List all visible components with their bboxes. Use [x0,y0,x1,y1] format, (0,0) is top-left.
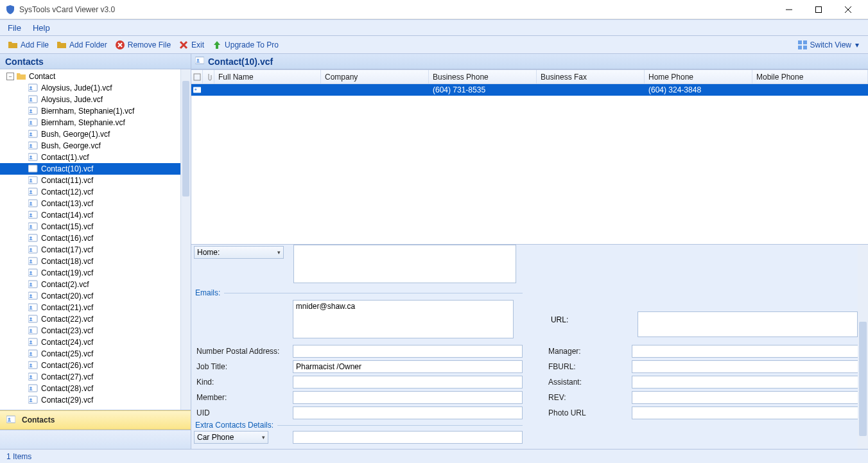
tree-item[interactable]: Contact(17).vcf [0,244,180,256]
add-file-button[interactable]: Add File [4,39,53,51]
tree-item[interactable]: Contact(21).vcf [0,302,180,313]
tree-item[interactable]: Bush, George(1).vcf [0,128,180,140]
svg-rect-28 [28,211,37,218]
grid-header-icon1[interactable] [191,70,203,83]
svg-point-61 [30,398,32,401]
contacts-nav-button[interactable]: Contacts [0,410,191,430]
grid-header-attachment-icon[interactable] [203,70,214,83]
tree-item[interactable]: Contact(14).vcf [0,209,180,221]
svg-point-11 [30,109,32,112]
tree-item-label: Contact(25).vcf [41,349,93,358]
contact-tree[interactable]: −ContactAloysius, Jude(1).vcfAloysius, J… [0,69,180,410]
svg-point-17 [30,144,32,146]
photo-url-label: Photo URL [548,408,632,417]
tree-item-label: Contact(24).vcf [41,338,93,347]
svg-point-47 [30,317,32,320]
grid-header-company[interactable]: Company [321,70,429,83]
address-textarea[interactable] [293,245,516,283]
maximize-button[interactable] [804,0,833,19]
uid-field[interactable] [293,406,523,419]
grid-header-fullname[interactable]: Full Name [214,70,321,83]
tree-item[interactable]: Contact(15).vcf [0,221,180,232]
rev-field[interactable] [632,391,862,404]
tree-item-label: Contact(23).vcf [41,326,93,335]
vcard-file-icon [28,130,39,139]
tree-item[interactable]: Bush, George.vcf [0,140,180,152]
tree-item[interactable]: Contact(16).vcf [0,232,180,244]
svg-point-41 [30,283,32,285]
tree-item[interactable]: Contact(27).vcf [0,371,180,383]
tree-item[interactable]: Contact(22).vcf [0,313,180,325]
close-button[interactable] [833,0,863,19]
tree-item[interactable]: Contact(13).vcf [0,198,180,209]
exit-button[interactable]: Exit [175,39,208,51]
svg-point-7 [30,86,32,89]
tree-item[interactable]: Biernham, Stephanie(1).vcf [0,105,180,117]
home-address-combo[interactable]: Home: ▾ [194,246,284,259]
tree-item[interactable]: Contact(10).vcf [0,163,180,175]
svg-rect-6 [28,84,37,91]
tree-item[interactable]: Contact(23).vcf [0,325,180,336]
extra-contact-type-combo[interactable]: Car Phone ▾ [194,431,268,444]
menu-help[interactable]: Help [33,23,50,33]
tree-item[interactable]: Contact(12).vcf [0,186,180,198]
vcard-file-icon [28,153,39,162]
tree-item[interactable]: Contact(11).vcf [0,175,180,186]
tree-item-label: Biernham, Stephanie.vcf [41,118,125,127]
detail-scrollbar-thumb[interactable] [859,322,867,436]
upgrade-button[interactable]: Upgrade To Pro [208,39,282,51]
tree-item[interactable]: Contact(2).vcf [0,279,180,290]
grid-row[interactable]: (604) 731-8535 (604) 324-3848 [191,84,868,96]
tree-item[interactable]: Contact(26).vcf [0,360,180,371]
fburl-field[interactable] [632,360,862,373]
grid-header-home-phone[interactable]: Home Phone [645,70,752,83]
tree-item-label: Aloysius, Jude.vcf [41,95,103,104]
photo-url-field[interactable] [632,406,862,419]
svg-point-35 [30,248,32,250]
window-title: SysTools vCard Viewer v3.0 [19,5,115,14]
tree-item-label: Contact(21).vcf [41,303,93,312]
member-field[interactable] [293,391,523,404]
svg-rect-5 [803,46,807,49]
emails-textarea[interactable]: mnider@shaw.ca [293,300,514,338]
tree-scrollbar[interactable] [180,69,191,410]
tree-item[interactable]: Aloysius, Jude(1).vcf [0,82,180,94]
detail-scrollbar[interactable] [858,245,868,449]
cell-business-phone: (604) 731-8535 [429,85,537,94]
switch-view-button[interactable]: Switch View ▾ [794,39,864,51]
tree-root-node[interactable]: −Contact [0,71,180,82]
svg-point-63 [8,417,11,420]
tree-item[interactable]: Contact(20).vcf [0,290,180,302]
extra-contact-value-field[interactable] [293,431,523,444]
left-bottom-strip [0,430,191,449]
vcard-file-icon [28,280,39,289]
tree-item[interactable]: Biernham, Stephanie.vcf [0,117,180,128]
assistant-field[interactable] [632,376,862,389]
tree-item[interactable]: Aloysius, Jude.vcf [0,94,180,105]
grid-header-mobile-phone[interactable]: Mobile Phone [752,70,868,83]
tree-item[interactable]: Contact(29).vcf [0,394,180,406]
tree-item[interactable]: Contact(1).vcf [0,152,180,163]
tree-item[interactable]: Contact(19).vcf [0,267,180,279]
tree-item[interactable]: Contact(28).vcf [0,383,180,394]
number-postal-field[interactable] [293,345,523,358]
vcard-file-icon [28,349,39,358]
collapse-toggle-icon[interactable]: − [6,73,14,80]
tree-item[interactable]: Contact(24).vcf [0,336,180,348]
tree-scrollbar-thumb[interactable] [182,81,189,197]
tree-item[interactable]: Contact(18).vcf [0,256,180,267]
svg-rect-42 [28,292,37,299]
manager-field[interactable] [632,345,862,358]
grid-header-business-fax[interactable]: Business Fax [537,70,645,83]
status-bar: 1 Items [0,449,868,463]
tree-item[interactable]: Contact(25).vcf [0,348,180,360]
job-title-field[interactable]: Pharmacist /Owner [293,360,523,373]
url-textarea[interactable] [638,311,858,337]
remove-file-button[interactable]: Remove File [111,39,175,51]
svg-point-59 [30,387,32,389]
add-folder-button[interactable]: Add Folder [53,39,111,51]
kind-field[interactable] [293,376,523,389]
minimize-button[interactable] [774,0,804,19]
menu-file[interactable]: File [8,23,21,33]
grid-header-business-phone[interactable]: Business Phone [429,70,537,83]
